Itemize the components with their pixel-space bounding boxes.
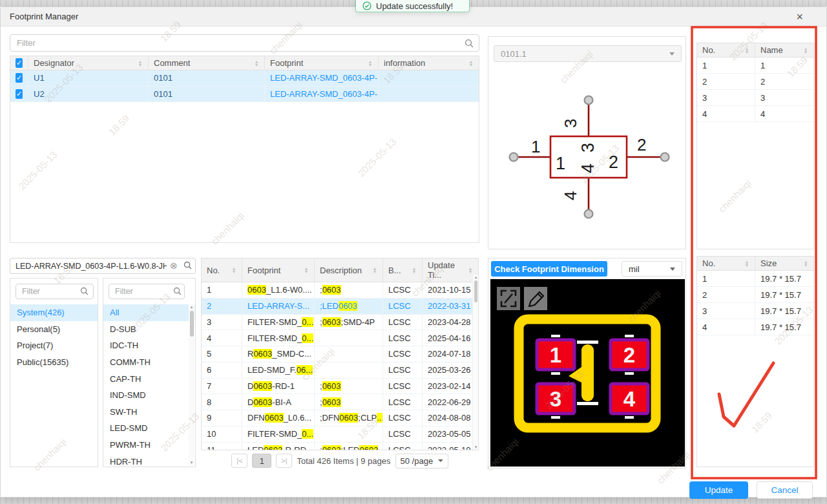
class-list-item[interactable]: IDC-TH [103, 337, 195, 354]
footprint-link-cell[interactable]: LED-ARRAY-SMD_0603-4P-... [265, 87, 379, 102]
footprint-link-cell[interactable]: LED-ARRAY-SMD_0603-4P-... [265, 70, 379, 86]
brand-cell: LCSC [383, 410, 423, 426]
column-header-no[interactable]: No.▴▾ [697, 257, 755, 270]
column-header-description[interactable]: Description▴▾ [315, 258, 383, 282]
cancel-button[interactable]: Cancel [757, 481, 813, 499]
pad-size-row[interactable]: 219.7 * 15.7 [697, 287, 813, 303]
column-header-size[interactable]: Size▴▾ [755, 257, 813, 270]
sort-icon[interactable]: ▴▾ [746, 47, 749, 54]
no-cell: 2 [202, 299, 242, 314]
footprint-row[interactable]: 8D0603-BI-A;0603LCSC2022-06-29 1.. [202, 394, 478, 410]
page-size-select[interactable]: 50 /page [395, 454, 448, 468]
class-list-item[interactable]: SW-TH [103, 404, 195, 421]
column-header-comment[interactable]: Comment▴▾ [149, 56, 265, 70]
edit-pencil-icon[interactable] [524, 287, 547, 310]
sort-icon[interactable]: ▴▾ [413, 267, 417, 273]
cell: 19.7 * 15.7 [755, 271, 813, 286]
sort-icon[interactable]: ▴▾ [373, 267, 377, 273]
sort-icon[interactable]: ▴▾ [804, 47, 808, 54]
sort-icon[interactable]: ▴▾ [305, 267, 309, 273]
clear-icon[interactable]: ⊗ [170, 260, 178, 271]
column-header-no[interactable]: No.▴▾ [202, 258, 242, 282]
footprint-canvas[interactable]: 1 2 3 4 [490, 279, 685, 467]
unit-select[interactable]: mil [622, 261, 682, 277]
sort-icon[interactable]: ▴▾ [255, 60, 259, 67]
symbol-selector[interactable]: 0101.1 [494, 45, 682, 62]
brand-cell: LCSC [383, 282, 423, 298]
pad-3: 3 [537, 384, 574, 414]
sort-icon[interactable]: ▴▾ [469, 267, 473, 273]
footprint-row[interactable]: 4FILTER-SMD_0...LCSC2025-04-16 2.. [202, 330, 478, 346]
current-page-button[interactable]: 1 [252, 454, 271, 468]
library-list-item[interactable]: Public(15635) [10, 354, 98, 371]
footprint-search-input[interactable] [10, 258, 196, 274]
sort-icon[interactable]: ▴▾ [470, 60, 474, 67]
library-list-item[interactable]: Personal(5) [10, 321, 98, 338]
column-header-information[interactable]: information▴▾ [379, 56, 479, 70]
column-header-no[interactable]: No.▴▾ [697, 43, 755, 57]
footprint-row[interactable]: 5R0603_SMD-C...LCSC2024-07-18 1.. [202, 346, 478, 362]
close-icon[interactable]: × [796, 10, 803, 23]
footprint-row[interactable]: 9DFN0603_L0.6...;DFN0603;CLP...LCSC2024-… [202, 410, 478, 426]
class-list-item[interactable]: D-SUB [103, 321, 195, 338]
sort-icon[interactable]: ▴▾ [746, 260, 749, 267]
update-button[interactable]: Update [689, 481, 748, 499]
pad-size-row[interactable]: 119.7 * 15.7 [697, 271, 813, 287]
library-list-item[interactable]: System(426) [10, 304, 98, 321]
footprint-row[interactable]: 11LED0603-R-RD...;0603;LED0603LCSC2022-0… [202, 443, 478, 451]
row-checkbox[interactable]: ✓ [16, 73, 23, 83]
cell: 19.7 * 15.7 [755, 287, 813, 302]
class-list-item[interactable]: LED-SMD [103, 420, 195, 437]
column-header-updateti[interactable]: Update Ti...▴▾ [423, 258, 478, 282]
footprint-cell: FILTER-SMD_0... [242, 426, 315, 442]
sort-icon[interactable]: ▴▾ [369, 60, 373, 67]
update-time-cell: 2021-10-15 1.. [423, 282, 478, 298]
scrollbar[interactable]: ▴ ▾ [189, 304, 194, 465]
column-header-designator[interactable]: Designator▴▾ [28, 56, 149, 70]
component-filter-input[interactable] [10, 34, 479, 52]
pad-size-row[interactable]: 419.7 * 15.7 [697, 319, 813, 335]
row-checkbox[interactable]: ✓ [16, 89, 23, 99]
check-footprint-dimension-button[interactable]: Check Footprint Dimension [491, 261, 607, 277]
footprint-cell: 0603_L1.6-W0.... [242, 282, 315, 298]
footprint-row[interactable]: 2LED-ARRAY-S...;LED0603LCSC2022-03-31 1.… [202, 299, 478, 315]
footprint-row[interactable]: 6LED-SMD_F.06...LCSC2025-03-26 0.. [202, 362, 478, 379]
class-list-item[interactable]: CAP-TH [103, 370, 195, 387]
sort-icon[interactable]: ▴▾ [139, 60, 143, 67]
pin-name-row[interactable]: 11 [697, 58, 813, 74]
pin-name-row[interactable]: 44 [697, 106, 813, 122]
class-list-item[interactable]: HDR-TH [103, 453, 195, 467]
pin-name-row[interactable]: 33 [697, 90, 813, 106]
column-header-footprint[interactable]: Footprint▴▾ [265, 56, 379, 70]
component-row[interactable]: ✓U20101LED-ARRAY-SMD_0603-4P-... [10, 87, 479, 103]
expand-icon[interactable] [497, 287, 520, 310]
brand-cell: LCSC [383, 379, 423, 394]
class-list-item[interactable]: All [103, 304, 195, 321]
cell: 3 [755, 90, 813, 105]
sort-icon[interactable]: ▴▾ [804, 260, 808, 267]
column-header-footprint[interactable]: Footprint▴▾ [242, 258, 315, 282]
column-header-label: information [384, 58, 425, 68]
footprint-row[interactable]: 3FILTER-SMD_0...;0603;SMD-4PLCSC2023-04-… [202, 315, 478, 331]
pad-size-table-header: No.▴▾Size▴▾ [697, 257, 813, 271]
search-icon[interactable] [183, 261, 192, 269]
last-page-button[interactable]: >| [276, 454, 292, 468]
column-header-label: No. [702, 258, 715, 268]
class-list-item[interactable]: IND-SMD [103, 387, 195, 404]
footprint-row[interactable]: 10603_L1.6-W0....;0603LCSC2021-10-15 1.. [202, 282, 478, 299]
pad-size-row[interactable]: 319.7 * 15.7 [697, 303, 813, 319]
component-row[interactable]: ✓U10101LED-ARRAY-SMD_0603-4P-... [10, 70, 479, 87]
column-header-name[interactable]: Name▴▾ [755, 43, 813, 57]
footprint-row[interactable]: 10FILTER-SMD_0...LCSC2023-05-05 1.. [202, 426, 478, 443]
scrollbar[interactable]: ▴ ▾ [472, 275, 478, 450]
no-cell: 6 [202, 362, 242, 378]
class-list-item[interactable]: COMM-TH [103, 354, 195, 371]
pin-name-row[interactable]: 22 [697, 74, 813, 90]
footprint-row[interactable]: 7D0603-RD-1;0603LCSC2023-02-14 1.. [202, 379, 478, 395]
class-list-item[interactable]: PWRM-TH [103, 437, 195, 454]
column-header-b[interactable]: B...▴▾ [383, 258, 423, 282]
select-all-checkbox[interactable]: ✓ [16, 58, 23, 68]
first-page-button[interactable]: |< [231, 454, 247, 468]
library-list-item[interactable]: Project(7) [10, 337, 98, 354]
sort-icon[interactable]: ▴▾ [233, 267, 236, 273]
